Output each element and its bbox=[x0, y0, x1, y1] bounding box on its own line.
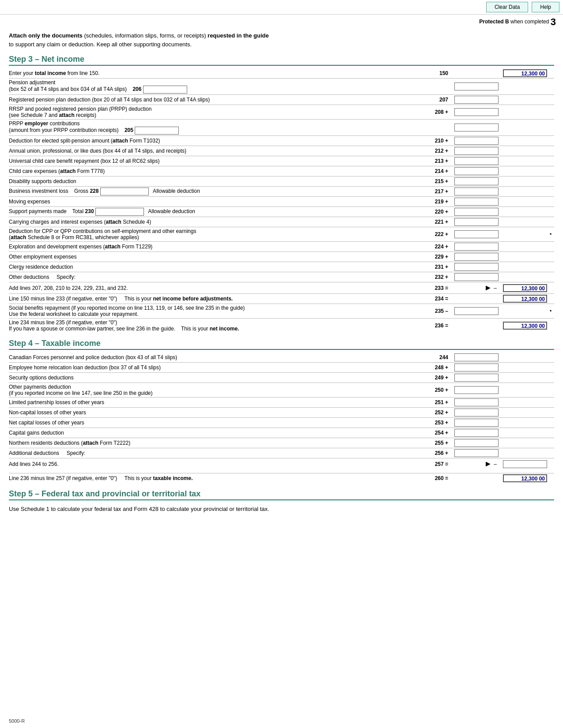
step3-field-224 bbox=[450, 243, 499, 251]
help-button[interactable]: Help bbox=[532, 2, 559, 12]
step3-value-207[interactable] bbox=[454, 96, 499, 104]
step4-value-252[interactable] bbox=[454, 409, 499, 417]
step3-value-205[interactable] bbox=[454, 124, 499, 131]
step3-value-215[interactable] bbox=[454, 177, 499, 185]
step3-value-213[interactable] bbox=[454, 157, 499, 165]
step4-value-251[interactable] bbox=[454, 398, 499, 406]
step3-value-233[interactable]: 12,300 00 bbox=[503, 284, 547, 292]
step3-linenum-210: 210 + bbox=[415, 138, 450, 144]
step4-field-248 bbox=[450, 364, 499, 372]
step3-arrow-233: ► bbox=[484, 283, 492, 293]
step3-desc-205: PRPP employer contributions(amount from … bbox=[9, 120, 415, 135]
step3-value-232[interactable] bbox=[454, 273, 499, 281]
step4-value-260[interactable]: 12,300 00 bbox=[503, 474, 547, 482]
step4-result-257 bbox=[499, 460, 547, 468]
step3-linenum-224: 224 + bbox=[415, 244, 450, 250]
step3-value-236[interactable]: 12,300 00 bbox=[503, 322, 547, 330]
step3-row-215: Disability supports deduction 215 + bbox=[9, 176, 554, 186]
step4-value-254[interactable] bbox=[454, 429, 499, 437]
step4-desc-252: Non-capital losses of other years bbox=[9, 409, 415, 416]
step3-desc-224: Exploration and development expenses (at… bbox=[9, 244, 415, 250]
step4-field-254 bbox=[450, 429, 499, 437]
step4-value-248[interactable] bbox=[454, 364, 499, 372]
attach-bold1: Attach only the documents bbox=[9, 32, 83, 39]
step3-value-221[interactable] bbox=[454, 218, 499, 226]
step4-linenum-253: 253 + bbox=[415, 420, 450, 426]
step3-linenum-235: 235 – bbox=[415, 308, 450, 314]
step3-value-222[interactable] bbox=[454, 230, 499, 238]
step3-value-220[interactable] bbox=[454, 208, 499, 216]
step3-gross-228[interactable] bbox=[100, 188, 149, 195]
step4-linenum-250: 250 + bbox=[415, 387, 450, 393]
step3-linenum-214: 214 + bbox=[415, 168, 450, 174]
step3-linenum-150: 150 bbox=[415, 70, 450, 76]
step3-desc-220: Support payments made Total 230 Allowabl… bbox=[9, 208, 415, 216]
step3-desc-214: Child care expenses (attach Form T778) bbox=[9, 168, 415, 174]
step3-value-208[interactable] bbox=[454, 108, 499, 116]
step3-value-219[interactable] bbox=[454, 198, 499, 206]
step3-desc-150: Enter your total income from line 150. bbox=[9, 70, 415, 76]
step3-desc-231: Clergy residence deduction bbox=[9, 264, 415, 270]
step3-desc-229: Other employment expenses bbox=[9, 254, 415, 260]
step3-field-231 bbox=[450, 263, 499, 271]
step4-value-244[interactable] bbox=[454, 353, 499, 361]
step3-value-231[interactable] bbox=[454, 263, 499, 271]
step4-field-255 bbox=[450, 439, 499, 447]
step4-linenum-257: 257 = bbox=[415, 461, 450, 467]
step4-row-257: Add lines 244 to 256. 257 = ► – bbox=[9, 458, 554, 469]
step3-field-214 bbox=[450, 167, 499, 175]
step3-linenum-231: 231 + bbox=[415, 264, 450, 270]
step3-field-210 bbox=[450, 137, 499, 145]
step3-value-150[interactable]: 12,300 00 bbox=[503, 69, 547, 77]
step3-row-150: Enter your total income from line 150. 1… bbox=[9, 68, 554, 78]
step3-value-229[interactable] bbox=[454, 253, 499, 261]
step3-row-231: Clergy residence deduction 231 + bbox=[9, 262, 554, 272]
clear-data-button[interactable]: Clear Data bbox=[486, 2, 528, 12]
step3-desc-210: Deduction for elected split-pension amou… bbox=[9, 138, 415, 144]
step3-value-210[interactable] bbox=[454, 137, 499, 145]
step3-row-220: Support payments made Total 230 Allowabl… bbox=[9, 206, 554, 217]
step3-gross-205[interactable] bbox=[135, 127, 179, 135]
step4-value-250[interactable] bbox=[454, 386, 499, 394]
step3-total-230[interactable] bbox=[95, 208, 144, 216]
step4-field-250 bbox=[450, 386, 499, 394]
step4-value-256[interactable] bbox=[454, 449, 499, 457]
step4-value-253[interactable] bbox=[454, 419, 499, 427]
step4-value-249[interactable] bbox=[454, 374, 499, 382]
step3-field-219 bbox=[450, 198, 499, 206]
step3-field-206 bbox=[450, 83, 499, 90]
step3-value-234[interactable]: 12,300 00 bbox=[503, 295, 547, 303]
step3-field-212 bbox=[450, 147, 499, 155]
step3-bullet-235: • bbox=[547, 308, 554, 314]
step5-title: Step 5 – Federal tax and provincial or t… bbox=[9, 489, 554, 500]
step3-dash-233: – bbox=[494, 285, 497, 291]
step3-row-224: Exploration and development expenses (at… bbox=[9, 241, 554, 251]
step3-value-214[interactable] bbox=[454, 167, 499, 175]
step3-desc-232: Other deductions Specify: bbox=[9, 274, 415, 280]
step3-field-215 bbox=[450, 177, 499, 185]
step3-value-206[interactable] bbox=[454, 83, 499, 90]
step3-gross-206[interactable] bbox=[143, 86, 187, 94]
step5-note: Use Schedule 1 to calculate your federal… bbox=[9, 505, 554, 514]
step3-row-221: Carrying charges and interest expenses (… bbox=[9, 217, 554, 227]
step3-desc-207: Registered pension plan deduction (box 2… bbox=[9, 97, 415, 103]
step3-desc-215: Disability supports deduction bbox=[9, 178, 415, 184]
step3-desc-208: RRSP and pooled registered pension plan … bbox=[9, 106, 415, 118]
step3-row-206: Pension adjustment(box 52 of all T4 slip… bbox=[9, 78, 554, 94]
step3-value-235[interactable] bbox=[454, 307, 499, 315]
step3-row-214: Child care expenses (attach Form T778) 2… bbox=[9, 166, 554, 176]
step4-result-260: 12,300 00 bbox=[499, 474, 547, 482]
step4-linenum-248: 248 + bbox=[415, 364, 450, 371]
step3-field-221 bbox=[450, 218, 499, 226]
step4-value-257[interactable] bbox=[503, 460, 547, 468]
step3-value-224[interactable] bbox=[454, 243, 499, 251]
step4-value-255[interactable] bbox=[454, 439, 499, 447]
protected-line: Protected B when completed 3 bbox=[0, 15, 563, 29]
step3-value-212[interactable] bbox=[454, 147, 499, 155]
step3-desc-219: Moving expenses bbox=[9, 199, 415, 205]
step3-linenum-205-inline: 205 bbox=[125, 127, 133, 133]
step3-value-217[interactable] bbox=[454, 188, 499, 195]
protected-num: 3 bbox=[551, 16, 556, 27]
step4-row-252: Non-capital losses of other years 252 + bbox=[9, 407, 554, 417]
step3-field-232 bbox=[450, 273, 499, 281]
